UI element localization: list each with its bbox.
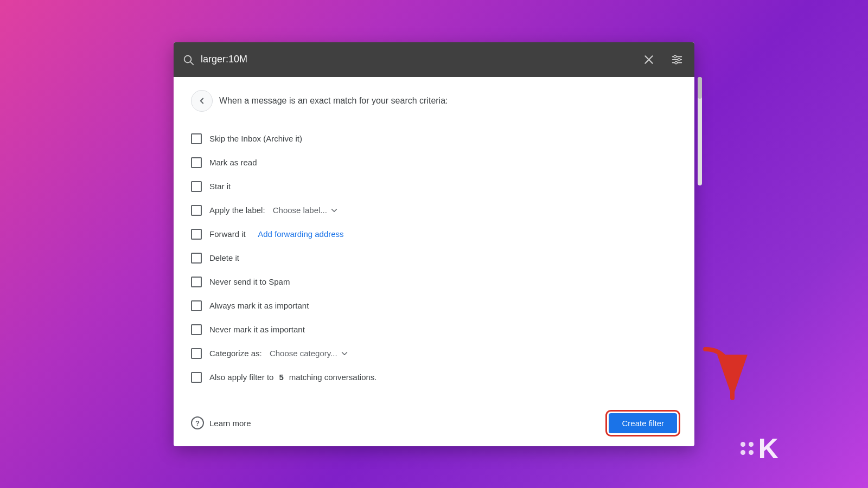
list-item: Categorize as: Choose category... bbox=[191, 342, 677, 365]
list-item: Mark as read bbox=[191, 151, 677, 175]
choose-label-text: Choose label... bbox=[273, 206, 327, 215]
scrollbar-track bbox=[698, 77, 702, 185]
svg-line-1 bbox=[190, 62, 193, 65]
list-item: Forward it Add forwarding address bbox=[191, 222, 677, 246]
help-symbol: ? bbox=[195, 419, 200, 427]
criteria-description: When a message is an exact match for you… bbox=[219, 96, 448, 106]
back-button[interactable] bbox=[191, 90, 213, 112]
choose-label-dropdown[interactable]: Choose label... bbox=[273, 206, 339, 215]
delete-it-checkbox[interactable] bbox=[191, 253, 202, 264]
never-spam-label: Never send it to Spam bbox=[209, 277, 290, 286]
apply-label-label: Apply the label: Choose label... bbox=[209, 206, 339, 215]
mark-as-read-checkbox[interactable] bbox=[191, 157, 202, 168]
never-spam-checkbox[interactable] bbox=[191, 277, 202, 287]
choose-category-dropdown[interactable]: Choose category... bbox=[270, 349, 349, 358]
scrollbar-thumb[interactable] bbox=[698, 77, 702, 99]
list-item: Skip the Inbox (Archive it) bbox=[191, 127, 677, 151]
forward-it-label: Forward it Add forwarding address bbox=[209, 229, 344, 239]
learn-more-section: ? Learn more bbox=[191, 416, 251, 429]
star-it-label: Star it bbox=[209, 182, 231, 191]
star-it-checkbox[interactable] bbox=[191, 181, 202, 192]
matching-count: 5 bbox=[279, 373, 283, 382]
close-search-button[interactable] bbox=[640, 51, 658, 68]
learn-more-link[interactable]: Learn more bbox=[209, 419, 251, 428]
dialog-wrapper: larger:10M bbox=[174, 42, 694, 446]
criteria-header: When a message is an exact match for you… bbox=[191, 90, 677, 112]
skip-inbox-checkbox[interactable] bbox=[191, 133, 202, 144]
search-bar: larger:10M bbox=[174, 42, 694, 77]
list-item: Always mark it as important bbox=[191, 294, 677, 318]
list-item: Also apply filter to 5 matching conversa… bbox=[191, 365, 677, 389]
never-important-checkbox[interactable] bbox=[191, 324, 202, 335]
search-bar-actions bbox=[640, 51, 686, 68]
dialog-content: When a message is an exact match for you… bbox=[174, 77, 694, 402]
never-important-label: Never mark it as important bbox=[209, 325, 305, 334]
dialog-footer: ? Learn more Create filter bbox=[174, 404, 694, 446]
svg-point-7 bbox=[674, 55, 676, 58]
list-item: Never send it to Spam bbox=[191, 270, 677, 294]
search-query: larger:10M bbox=[201, 54, 634, 65]
svg-point-8 bbox=[678, 58, 680, 61]
list-item: Delete it bbox=[191, 246, 677, 270]
always-important-label: Always mark it as important bbox=[209, 301, 309, 310]
filter-options-list: Skip the Inbox (Archive it) Mark as read… bbox=[191, 127, 677, 389]
skip-inbox-label: Skip the Inbox (Archive it) bbox=[209, 134, 302, 143]
list-item: Star it bbox=[191, 175, 677, 198]
arrow-annotation bbox=[689, 344, 749, 416]
add-forwarding-address-link[interactable]: Add forwarding address bbox=[258, 229, 343, 239]
create-filter-button[interactable]: Create filter bbox=[609, 413, 677, 433]
choose-category-text: Choose category... bbox=[270, 349, 337, 358]
forward-it-checkbox[interactable] bbox=[191, 229, 202, 240]
categorize-as-label: Categorize as: Choose category... bbox=[209, 349, 349, 358]
search-icon bbox=[182, 54, 194, 66]
filter-options-button[interactable] bbox=[668, 51, 686, 68]
also-apply-checkbox[interactable] bbox=[191, 372, 202, 383]
always-important-checkbox[interactable] bbox=[191, 300, 202, 311]
apply-label-checkbox[interactable] bbox=[191, 205, 202, 216]
delete-it-label: Delete it bbox=[209, 253, 239, 262]
categorize-as-checkbox[interactable] bbox=[191, 348, 202, 359]
mark-as-read-label: Mark as read bbox=[209, 158, 257, 167]
brand-logo: K bbox=[741, 434, 778, 463]
list-item: Apply the label: Choose label... bbox=[191, 198, 677, 222]
list-item: Never mark it as important bbox=[191, 318, 677, 342]
help-icon[interactable]: ? bbox=[191, 416, 204, 429]
filter-dialog: larger:10M bbox=[174, 42, 694, 446]
also-apply-label: Also apply filter to 5 matching conversa… bbox=[209, 373, 376, 382]
svg-point-9 bbox=[675, 61, 678, 64]
